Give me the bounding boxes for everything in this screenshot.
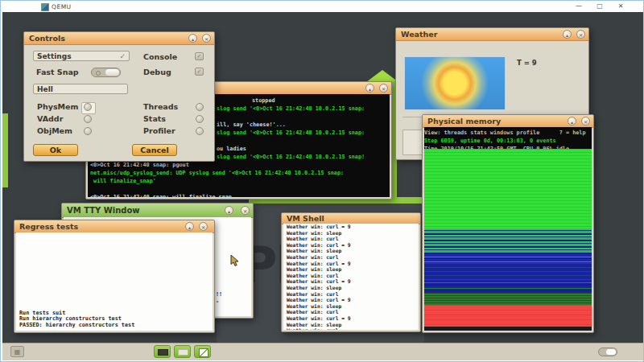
physmem-radio[interactable] (84, 103, 92, 111)
vaddr-radio-label: VAddr (37, 114, 63, 123)
memory-map-band (424, 149, 592, 228)
terminal-line: Weather win: sleep (287, 285, 419, 291)
regress-window-title: Regress tests (19, 222, 78, 231)
terminal-line: Weather win: curl = 9 (287, 278, 419, 285)
weather-titlebar[interactable]: Weather ▴ ✕ (396, 28, 588, 41)
guest-display: Ph ▴ ✕ stoppedslog send '<0>Oct 16 21:42… (2, 12, 643, 360)
terminal-line: <0>Oct 16 21:42:40 snap: will finalize_s… (88, 193, 390, 197)
qemu-window: QEMU — ▢ ✕ Ph ▴ ✕ stoppedslog send '<0>O… (0, 0, 644, 362)
close-button[interactable]: ✕ (241, 206, 250, 215)
terminal-line: Weather win: curl = 9 (287, 242, 419, 249)
settings-dropdown[interactable]: Settings ✓ (33, 51, 130, 61)
shade-button[interactable]: ▴ (365, 84, 374, 93)
vm-shell-window-title: VM Shell (287, 214, 324, 223)
vm-shell-window[interactable]: VM Shell Weather win: curl = 9Weather wi… (281, 212, 421, 332)
toggle-knob (606, 349, 616, 355)
terminal-line: Weather win: curl (287, 254, 419, 261)
tty-text-fragment: - (216, 298, 219, 305)
shade-button[interactable]: ▴ (225, 206, 233, 215)
console-checkbox[interactable]: ✓ (195, 52, 204, 60)
weather-window-title: Weather (401, 30, 437, 39)
temperature-value: T = 9 (517, 59, 537, 67)
terminal-line: Weather win: curl = 9 (287, 224, 419, 230)
shade-button[interactable]: ▴ (185, 222, 194, 231)
taskbar-toggle[interactable] (598, 348, 617, 356)
text-input[interactable]: Hell (33, 84, 128, 94)
terminal-line: Weather win: sleep (287, 230, 419, 237)
terminal-line: will finalize_snap' (88, 177, 390, 185)
shade-button[interactable]: ▴ (188, 34, 197, 43)
toggle-off-dot (96, 71, 101, 76)
logo-shape-left (2, 113, 8, 187)
vaddr-radio[interactable] (84, 115, 92, 123)
display-icon (158, 349, 168, 356)
controls-titlebar[interactable]: Controls ▴ ✕ (24, 32, 214, 45)
terminal-line: Step 6059, uptime 0d, 00:13:03, 0 events (424, 137, 592, 145)
fast-snap-toggle[interactable] (91, 68, 121, 77)
memory-map-band (424, 228, 592, 254)
debug-checkbox[interactable]: ✓ (195, 68, 204, 76)
tty-text-fragment: !! (216, 291, 222, 298)
check-icon: ✓ (119, 52, 126, 60)
regress-tests-window[interactable]: Regress tests ▴ ✕ Run tests suitRun hier… (14, 220, 215, 333)
fullscreen-button[interactable] (194, 345, 211, 358)
close-button[interactable]: ✕ (613, 2, 629, 11)
stats-radio[interactable] (196, 115, 204, 123)
fast-snap-label: Fast Snap (36, 68, 79, 76)
terminal-line: Weather win: sleep (287, 303, 419, 310)
terminal-line: Weather win: sleep (287, 248, 419, 254)
threads-radio[interactable] (196, 103, 204, 111)
memory-map (424, 149, 592, 331)
physical-memory-titlebar[interactable]: Physical memory ▴ ✕ (423, 115, 593, 128)
profiler-radio[interactable] (196, 127, 204, 135)
host-titlebar[interactable]: QEMU — ▢ ✕ (1, 1, 643, 12)
toggle-knob (105, 69, 119, 76)
keyboard-button[interactable] (174, 345, 191, 358)
threads-radio-label: Threads (143, 102, 178, 111)
cancel-button[interactable]: Cancel (132, 144, 177, 156)
ok-button[interactable]: Ok (33, 144, 78, 156)
physical-memory-window[interactable]: Physical memory ▴ ✕ View: threads stats … (422, 114, 594, 333)
vm-tty-titlebar[interactable]: VM TTY Window ▴ ✕ (62, 204, 253, 218)
regress-content: Run tests suitRun hierarchy constructors… (16, 232, 213, 331)
sun-image (404, 56, 506, 110)
memory-map-band (424, 280, 592, 293)
close-button[interactable]: ✕ (379, 84, 388, 93)
terminal-line: net.misc/udp_syslog_send: UDP syslog sen… (88, 169, 390, 177)
minimize-button[interactable]: — (571, 2, 587, 11)
memory-map-band (424, 254, 592, 263)
terminal-line (88, 185, 390, 193)
taskbar: ▦ (2, 343, 643, 360)
terminal-line: View: threads stats windows profile ? = … (424, 129, 592, 137)
close-button[interactable]: ✕ (199, 222, 208, 231)
terminal-line: Weather win: curl = 9 (287, 261, 419, 267)
maximize-button[interactable]: ▢ (592, 2, 608, 11)
controls-window[interactable]: Controls ▴ ✕ Settings ✓ Console ✓ Fast S… (23, 31, 215, 162)
close-button[interactable]: ✕ (202, 34, 211, 43)
shade-button[interactable]: ▴ (568, 117, 576, 125)
objmem-radio-label: ObjMem (37, 126, 72, 135)
objmem-radio[interactable] (84, 127, 92, 135)
physmem-radio-label: PhysMem (37, 102, 78, 111)
qemu-icon (41, 3, 49, 11)
close-button[interactable]: ✕ (581, 117, 590, 125)
vm-shell-output: Weather win: curl = 9Weather win: sleepW… (283, 224, 419, 330)
terminal-line: Weather win: curl (287, 291, 419, 298)
terminal-line: Weather win: curl (287, 309, 419, 315)
regress-titlebar[interactable]: Regress tests ▴ ✕ (14, 220, 214, 233)
terminal-line: Weather win: sleep (287, 266, 419, 273)
controls-window-title: Controls (29, 34, 65, 43)
display-button[interactable] (154, 345, 171, 358)
terminal-line: Weather win: curl (287, 327, 419, 330)
terminal-line: Weather win: curl = 9 (287, 297, 419, 303)
memory-map-band (424, 327, 592, 331)
memory-map-band (424, 305, 592, 327)
terminal-line: Weather win: curl (287, 236, 419, 242)
host-window-title: QEMU (52, 3, 72, 10)
memory-monitor-header: View: threads stats windows profile ? = … (424, 127, 592, 150)
close-button[interactable]: ✕ (576, 30, 585, 39)
launcher-button[interactable]: ▦ (10, 346, 24, 357)
memory-map-band (424, 293, 592, 306)
shade-button[interactable]: ▴ (563, 30, 572, 39)
vm-shell-titlebar[interactable]: VM Shell (282, 213, 420, 224)
